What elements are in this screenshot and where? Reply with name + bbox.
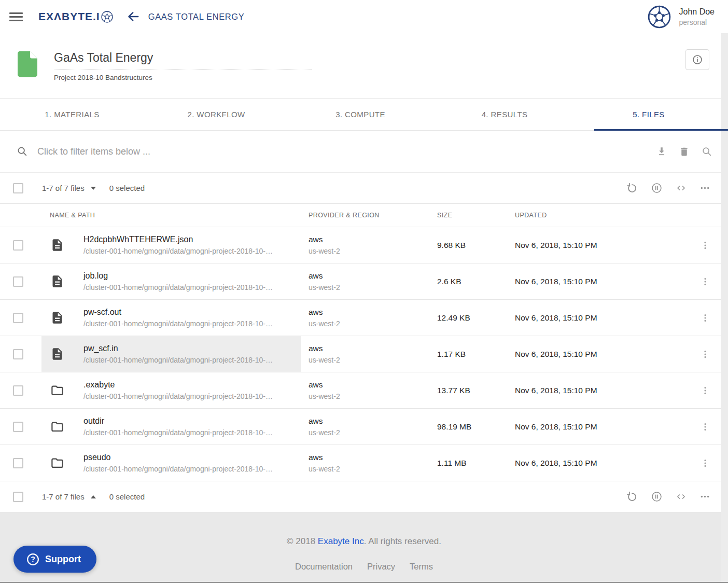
company-link[interactable]: Exabyte Inc	[318, 536, 364, 546]
filter-input[interactable]	[37, 146, 656, 157]
column-provider-region[interactable]: PROVIDER & REGION	[301, 212, 430, 219]
documentation-link[interactable]: Documentation	[295, 562, 353, 572]
name-cell[interactable]: H2dcpbhWhTTEHERWE.json /cluster-001-home…	[41, 227, 301, 263]
row-checkbox[interactable]	[13, 313, 23, 323]
table-row[interactable]: pw-scf.out /cluster-001-home/gmogni/data…	[0, 300, 721, 336]
more-button[interactable]	[699, 491, 710, 502]
range-label: 1-7 of 7 files	[42, 184, 85, 192]
column-updated[interactable]: UPDATED	[508, 212, 690, 219]
support-button[interactable]: ? Support	[13, 546, 96, 573]
file-name: H2dcpbhWhTTEHERWE.json	[83, 235, 273, 244]
download-icon	[656, 146, 667, 157]
select-all-checkbox[interactable]	[13, 492, 23, 502]
range-label: 1-7 of 7 files	[42, 492, 85, 501]
privacy-link[interactable]: Privacy	[367, 562, 395, 572]
refresh-button[interactable]	[626, 183, 638, 194]
name-cell[interactable]: job.log /cluster-001-home/gmogni/data/gm…	[41, 263, 301, 299]
download-button[interactable]	[656, 146, 667, 157]
updated-date: Nov 6, 2018, 15:10 PM	[508, 372, 690, 408]
folder-icon	[50, 420, 64, 434]
column-name-path[interactable]: NAME & PATH	[41, 212, 301, 219]
delete-button[interactable]	[679, 146, 690, 157]
row-checkbox[interactable]	[13, 276, 23, 287]
row-checkbox[interactable]	[13, 240, 23, 251]
file-name: pseudo	[83, 453, 273, 462]
file-path: /cluster-001-home/gmogni/data/gmogni-pro…	[83, 247, 273, 255]
file-size: 12.49 KB	[430, 300, 508, 336]
region: us-west-2	[309, 392, 430, 400]
name-cell[interactable]: .exabyte /cluster-001-home/gmogni/data/g…	[41, 372, 301, 408]
selected-count: 0 selected	[109, 184, 145, 192]
row-menu-icon[interactable]	[700, 313, 710, 323]
file-path: /cluster-001-home/gmogni/data/gmogni-pro…	[83, 392, 273, 400]
more-button[interactable]	[699, 183, 710, 193]
tab-workflow[interactable]: 2. WORKFLOW	[144, 99, 288, 130]
row-menu-icon[interactable]	[700, 240, 710, 251]
user-name: John Doe	[679, 7, 715, 17]
row-checkbox[interactable]	[13, 422, 23, 432]
file-size: 9.68 KB	[430, 227, 508, 263]
folder-icon	[50, 456, 64, 470]
code-button[interactable]	[676, 491, 687, 502]
table-row[interactable]: job.log /cluster-001-home/gmogni/data/gm…	[0, 263, 721, 300]
scrollbar[interactable]	[721, 33, 728, 583]
file-size: 1.17 KB	[430, 336, 508, 372]
row-menu-icon[interactable]	[700, 276, 710, 287]
refresh-button[interactable]	[626, 491, 638, 503]
column-size[interactable]: SIZE	[430, 212, 508, 219]
table-row[interactable]: H2dcpbhWhTTEHERWE.json /cluster-001-home…	[0, 227, 721, 263]
row-menu-icon[interactable]	[700, 458, 710, 468]
tab-bar: 1. MATERIALS 2. WORKFLOW 3. COMPUTE 4. R…	[0, 99, 721, 131]
table-row[interactable]: pseudo /cluster-001-home/gmogni/data/gmo…	[0, 445, 721, 481]
updated-date: Nov 6, 2018, 15:10 PM	[508, 336, 690, 372]
name-cell[interactable]: pw_scf.in /cluster-001-home/gmogni/data/…	[41, 336, 301, 372]
table-row[interactable]: pw_scf.in /cluster-001-home/gmogni/data/…	[0, 336, 721, 372]
info-button[interactable]	[685, 49, 709, 70]
name-cell[interactable]: pseudo /cluster-001-home/gmogni/data/gmo…	[41, 445, 301, 481]
row-menu-icon[interactable]	[700, 422, 710, 432]
row-menu-icon[interactable]	[700, 349, 710, 359]
menu-icon[interactable]	[9, 10, 23, 23]
refresh-icon	[626, 491, 638, 503]
top-app-bar: EXΛBYTE.I GAAS TOTAL ENERGY	[0, 0, 728, 33]
table-row[interactable]: .exabyte /cluster-001-home/gmogni/data/g…	[0, 372, 721, 409]
name-cell[interactable]: pw-scf.out /cluster-001-home/gmogni/data…	[41, 300, 301, 336]
updated-date: Nov 6, 2018, 15:10 PM	[508, 227, 690, 263]
caret-up-icon[interactable]	[91, 495, 96, 498]
file-path: /cluster-001-home/gmogni/data/gmogni-pro…	[83, 320, 273, 328]
row-checkbox[interactable]	[13, 458, 23, 468]
footer: © 2018 Exabyte Inc. All rights reserved.…	[0, 512, 728, 583]
tab-files[interactable]: 5. FILES	[577, 99, 721, 130]
table-header: NAME & PATH PROVIDER & REGION SIZE UPDAT…	[0, 204, 721, 227]
support-label: Support	[45, 554, 81, 565]
tab-materials[interactable]: 1. MATERIALS	[0, 99, 144, 130]
region: us-west-2	[309, 428, 430, 437]
row-menu-icon[interactable]	[700, 385, 710, 396]
name-cell[interactable]: outdir /cluster-001-home/gmogni/data/gmo…	[41, 409, 301, 445]
pause-button[interactable]	[651, 182, 663, 194]
tab-results[interactable]: 4. RESULTS	[432, 99, 577, 130]
row-checkbox[interactable]	[13, 349, 23, 359]
provider: aws	[309, 271, 430, 281]
file-icon	[50, 274, 64, 288]
search-button[interactable]	[701, 146, 712, 157]
back-arrow-icon[interactable]	[127, 10, 140, 23]
exabyte-logo[interactable]: EXΛBYTE.I	[38, 10, 113, 23]
tab-compute[interactable]: 3. COMPUTE	[288, 99, 432, 130]
table-row[interactable]: outdir /cluster-001-home/gmogni/data/gmo…	[0, 409, 721, 445]
code-button[interactable]	[676, 183, 687, 193]
search-icon	[701, 146, 712, 157]
terms-link[interactable]: Terms	[410, 562, 433, 572]
region: us-west-2	[309, 247, 430, 255]
user-menu[interactable]: John Doe personal	[648, 5, 715, 29]
region: us-west-2	[309, 320, 430, 328]
select-all-checkbox[interactable]	[13, 183, 23, 193]
code-icon	[676, 183, 687, 193]
row-checkbox[interactable]	[13, 385, 23, 396]
logo-text: EXΛBYTE.I	[38, 10, 100, 23]
pause-button[interactable]	[651, 491, 663, 503]
ellipsis-icon	[699, 491, 710, 502]
caret-down-icon[interactable]	[91, 187, 96, 190]
copyright-suffix: . All rights reserved.	[364, 536, 441, 546]
info-icon	[692, 54, 703, 65]
